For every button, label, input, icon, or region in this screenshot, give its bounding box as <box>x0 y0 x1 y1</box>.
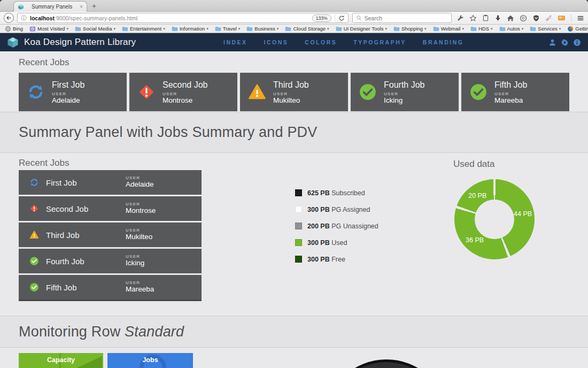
chevron-down-icon: ▾ <box>522 27 524 31</box>
amazon-card-icon[interactable] <box>558 14 566 22</box>
jobs-summary-pdv-section: Recent Jobs First JobUSERAdelaideSecond … <box>0 153 588 316</box>
jobs-tile[interactable]: Jobs <box>107 353 193 368</box>
legend-label: Used <box>331 239 347 247</box>
folder-icon <box>75 26 81 32</box>
bookmark-item[interactable]: Entertainment▾ <box>122 26 165 32</box>
user-name: Montrose <box>126 206 156 214</box>
summary-heading-section: Summary Panel with Jobs Summary and PDV <box>0 112 588 153</box>
bookmark-item[interactable]: UI Designer Tools▾ <box>336 26 387 32</box>
job-panel[interactable]: Fifth JobUSERMareeba <box>461 73 569 111</box>
bookmark-item[interactable]: Most Visited▾ <box>29 26 68 32</box>
smart-folder-icon <box>29 26 36 32</box>
home-icon[interactable] <box>507 14 514 22</box>
folder-icon <box>470 26 477 32</box>
adblock-icon[interactable] <box>520 14 527 22</box>
tab-close-icon[interactable]: × <box>80 4 83 10</box>
legend-label: PG Assigned <box>331 206 370 213</box>
job-panels-row: First JobUSERAdelaideSecond JobUSERMontr… <box>19 73 569 111</box>
search-bar[interactable] <box>352 13 452 23</box>
legend-swatch <box>295 189 302 196</box>
back-button[interactable] <box>4 13 14 23</box>
chevron-down-icon: ▾ <box>67 27 69 31</box>
zoom-level-badge[interactable]: 133% <box>312 14 331 22</box>
globe-icon <box>5 26 11 32</box>
downloads-icon[interactable] <box>494 14 501 21</box>
bookmark-item[interactable]: Webmail▾ <box>433 26 464 32</box>
bookmark-item[interactable]: Information▾ <box>172 26 208 32</box>
job-list-row[interactable]: Third JobUSERMukilteo <box>19 223 202 247</box>
browser-tab[interactable]: Summary Panels × <box>13 1 87 12</box>
legend-item: 625 PB Subscribed <box>295 185 378 201</box>
monitoring-heading-section: Monitoring Row Standard <box>0 316 588 348</box>
job-panel[interactable]: Third JobUSERMukilteo <box>240 73 348 111</box>
search-input[interactable] <box>365 15 439 21</box>
folder-icon <box>215 26 221 32</box>
menu-hamburger-icon[interactable] <box>577 14 584 22</box>
chevron-down-icon: ▾ <box>163 27 165 31</box>
addon-plug-icon[interactable] <box>545 14 552 21</box>
check-circle-icon <box>469 83 488 101</box>
settings-gear-icon[interactable] <box>561 39 569 47</box>
nav-icons <box>548 39 581 47</box>
bookmark-item[interactable]: Getting Started <box>567 26 588 32</box>
koa-logo-cube-icon <box>6 36 19 49</box>
chevron-down-icon: ▾ <box>559 27 561 31</box>
bookmark-item[interactable]: Autos▾ <box>499 26 524 32</box>
bookmark-label: Most Visited <box>37 26 65 32</box>
donut-chart-title: Used data <box>453 159 495 170</box>
job-panel[interactable]: First JobUSERAdelaide <box>19 73 127 111</box>
user-name: Mareeba <box>494 96 527 104</box>
folder-icon <box>122 26 128 32</box>
page-info-icon <box>21 15 27 21</box>
bookmark-item[interactable]: Social Media▾ <box>75 26 115 32</box>
user-profile-icon[interactable] <box>548 39 556 47</box>
pocket-shield-icon[interactable] <box>532 14 540 22</box>
clipboard-icon[interactable] <box>482 14 489 21</box>
capacity-tile[interactable]: Capacity <box>19 353 103 368</box>
url-bar[interactable]: localhost:9000/spec-summary-panels.html … <box>17 13 349 23</box>
firefox-icon <box>567 26 574 32</box>
bookmark-star-icon[interactable] <box>469 14 477 22</box>
legend-value: 625 PB <box>307 189 330 197</box>
reload-icon[interactable] <box>338 15 345 21</box>
bookmark-item[interactable]: Business▾ <box>246 26 278 32</box>
legend-label: PG Unassigned <box>331 223 378 230</box>
legend-item: 200 PB PG Unassigned <box>295 218 378 234</box>
bookmark-item[interactable]: HDS▾ <box>470 26 493 32</box>
job-panel[interactable]: Fourth JobUSERIcking <box>351 73 459 111</box>
bookmark-item[interactable]: Shopping▾ <box>393 26 427 32</box>
user-label: USER <box>126 202 156 206</box>
user-label: USER <box>494 91 527 96</box>
section-title: Recent Jobs <box>19 51 569 68</box>
bookmark-label: Travel <box>223 26 237 32</box>
job-name: First Job <box>52 80 84 90</box>
info-icon[interactable] <box>573 39 581 47</box>
nav-link-branding[interactable]: BRANDING <box>423 39 464 45</box>
bookmark-item[interactable]: Bing <box>5 26 23 32</box>
job-list-row[interactable]: Second JobUSERMontrose <box>19 196 202 221</box>
job-list-row[interactable]: First JobUSERAdelaide <box>19 170 202 195</box>
used-data-donut-chart: 44 PB36 PB20 PB <box>454 179 535 259</box>
monitoring-row-section: Capacity Jobs <box>0 348 588 368</box>
nav-link-index[interactable]: INDEX <box>223 39 247 45</box>
folder-icon <box>433 26 439 32</box>
developer-wrench-icon[interactable] <box>457 14 464 21</box>
nav-link-typography[interactable]: TYPOGRAPHY <box>353 39 406 45</box>
new-tab-button[interactable]: + <box>92 2 96 10</box>
nav-link-colors[interactable]: COLORS <box>305 39 337 45</box>
job-panel[interactable]: Second JobUSERMontrose <box>129 73 237 111</box>
search-icon <box>356 15 362 21</box>
bookmark-item[interactable]: Services▾ <box>530 26 561 32</box>
nav-link-icons[interactable]: ICONS <box>264 39 289 45</box>
job-list-row[interactable]: Fourth JobUSERIcking <box>19 249 202 273</box>
bookmark-item[interactable]: Travel▾ <box>215 26 241 32</box>
bookmark-item[interactable]: Cloud Storage▾ <box>285 26 329 32</box>
toolbar-icons <box>457 14 584 22</box>
tab-title: Summary Panels <box>27 4 77 10</box>
job-name: Fourth Job <box>384 80 424 90</box>
brand-title: Koa Design Pattern Library <box>24 37 136 48</box>
bookmark-label: Getting Started <box>575 26 588 32</box>
bookmark-label: Entertainment <box>130 26 161 32</box>
user-name: Mukilteo <box>126 233 152 241</box>
job-list-row[interactable]: Fifth JobUSERMareeba <box>19 275 202 300</box>
